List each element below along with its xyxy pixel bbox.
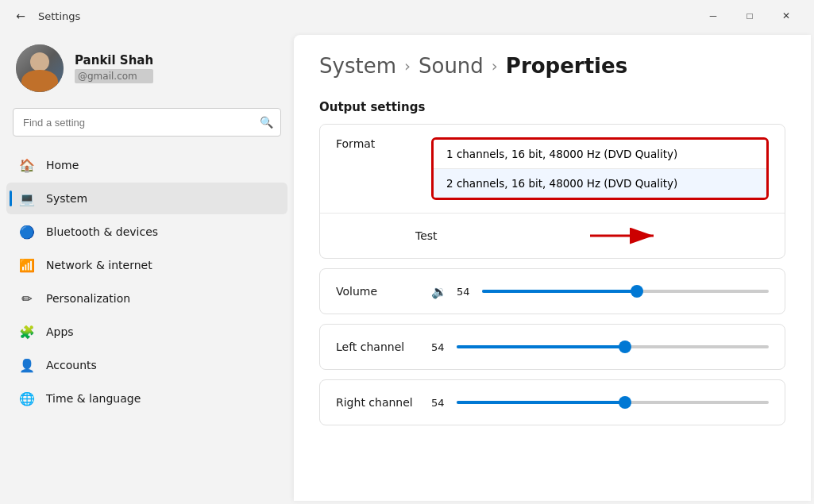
- sidebar-item-label: Time & language: [46, 392, 141, 405]
- avatar-image: [16, 44, 64, 92]
- sidebar-item-label: System: [46, 192, 87, 205]
- nav-list: 🏠 Home 💻 System 🔵 Bluetooth & devices 📶 …: [0, 149, 294, 414]
- left-slider-track[interactable]: [457, 345, 769, 348]
- right-slider-row: 54: [431, 397, 769, 409]
- sidebar-item-label: Accounts: [46, 359, 97, 371]
- time-icon: 🌐: [19, 391, 35, 406]
- sidebar-item-network[interactable]: 📶 Network & internet: [6, 249, 287, 281]
- volume-value: 54: [457, 286, 473, 298]
- volume-label: Volume: [336, 285, 431, 298]
- system-icon: 💻: [19, 190, 35, 206]
- titlebar: ← Settings ─ □ ✕: [0, 0, 814, 32]
- sidebar-item-time[interactable]: 🌐 Time & language: [6, 383, 287, 414]
- back-button[interactable]: ←: [10, 5, 32, 27]
- accounts-icon: 👤: [19, 357, 35, 373]
- breadcrumb-sound: Sound: [419, 54, 484, 78]
- sidebar-item-label: Bluetooth & devices: [46, 225, 158, 238]
- format-label: Format: [336, 137, 431, 150]
- search-box: 🔍: [13, 108, 281, 137]
- user-name: Pankil Shah: [75, 53, 153, 67]
- left-channel-label: Left channel: [336, 340, 431, 353]
- minimize-button[interactable]: ─: [695, 3, 731, 29]
- right-channel-value: 54: [431, 397, 447, 409]
- breadcrumb-properties: Properties: [506, 54, 627, 78]
- search-icon: 🔍: [260, 116, 273, 129]
- red-arrow-annotation: [590, 224, 662, 248]
- right-channel-card: Right channel 54: [319, 379, 785, 425]
- left-slider-fill: [457, 345, 625, 348]
- volume-card: Volume 🔉 54: [319, 268, 785, 314]
- apps-icon: 🧩: [19, 324, 35, 340]
- volume-slider-row: 🔉 54: [431, 284, 769, 299]
- volume-row: Volume 🔉 54: [320, 269, 785, 314]
- user-info: Pankil Shah @gmail.com: [75, 53, 153, 83]
- sidebar-item-bluetooth[interactable]: 🔵 Bluetooth & devices: [6, 216, 287, 248]
- test-label: Test: [415, 229, 511, 242]
- close-button[interactable]: ✕: [768, 3, 804, 29]
- search-input[interactable]: [13, 108, 281, 137]
- right-channel-label: Right channel: [336, 396, 431, 409]
- sidebar-item-label: Personalization: [46, 292, 130, 305]
- sidebar-item-personalization[interactable]: ✏️ Personalization: [6, 283, 287, 314]
- sidebar: Pankil Shah @gmail.com 🔍 🏠 Home 💻 System…: [0, 32, 294, 504]
- breadcrumb-sep-2: ›: [492, 56, 498, 75]
- right-slider-fill: [457, 401, 625, 404]
- user-email: @gmail.com: [75, 69, 153, 83]
- right-slider-thumb[interactable]: [619, 396, 631, 409]
- bluetooth-icon: 🔵: [19, 224, 35, 240]
- left-slider-row: 54: [431, 341, 769, 353]
- left-slider-thumb[interactable]: [619, 340, 631, 353]
- sidebar-item-apps[interactable]: 🧩 Apps: [6, 316, 287, 348]
- volume-slider-thumb[interactable]: [631, 285, 643, 298]
- format-row: Format 1 channels, 16 bit, 48000 Hz (DVD…: [320, 125, 785, 214]
- sidebar-item-system[interactable]: 💻 System: [6, 183, 287, 214]
- app-body: Pankil Shah @gmail.com 🔍 🏠 Home 💻 System…: [0, 32, 814, 504]
- test-row: Test: [320, 214, 785, 258]
- sidebar-item-home[interactable]: 🏠 Home: [6, 149, 287, 181]
- back-icon: ←: [16, 10, 25, 22]
- left-channel-value: 54: [431, 341, 447, 353]
- network-icon: 📶: [19, 257, 35, 273]
- format-option-2[interactable]: 2 channels, 16 bit, 48000 Hz (DVD Qualit…: [434, 169, 766, 198]
- left-channel-card: Left channel 54: [319, 324, 785, 370]
- sidebar-item-accounts[interactable]: 👤 Accounts: [6, 349, 287, 381]
- breadcrumb: System › Sound › Properties: [319, 54, 785, 78]
- avatar: [16, 44, 64, 92]
- home-icon: 🏠: [19, 157, 35, 173]
- right-channel-row: Right channel 54: [320, 380, 785, 425]
- breadcrumb-sep-1: ›: [404, 56, 411, 75]
- volume-icon: 🔉: [431, 284, 447, 299]
- user-profile: Pankil Shah @gmail.com: [0, 32, 294, 108]
- main-content: System › Sound › Properties Output setti…: [294, 35, 811, 501]
- sidebar-item-label: Apps: [46, 325, 74, 338]
- section-title: Output settings: [319, 100, 785, 114]
- personalization-icon: ✏️: [19, 290, 35, 306]
- sidebar-item-label: Home: [46, 159, 79, 171]
- volume-slider-fill: [482, 290, 637, 293]
- right-slider-track[interactable]: [457, 401, 769, 404]
- left-channel-row: Left channel 54: [320, 325, 785, 369]
- breadcrumb-system: System: [319, 54, 396, 78]
- format-option-1[interactable]: 1 channels, 16 bit, 48000 Hz (DVD Qualit…: [434, 140, 766, 169]
- format-options-box: 1 channels, 16 bit, 48000 Hz (DVD Qualit…: [431, 137, 769, 200]
- sidebar-item-label: Network & internet: [46, 259, 152, 271]
- window-controls: ─ □ ✕: [695, 3, 804, 29]
- volume-slider-track[interactable]: [482, 290, 769, 293]
- format-test-card: Format 1 channels, 16 bit, 48000 Hz (DVD…: [319, 124, 785, 259]
- titlebar-title: Settings: [38, 10, 80, 22]
- maximize-button[interactable]: □: [731, 3, 768, 29]
